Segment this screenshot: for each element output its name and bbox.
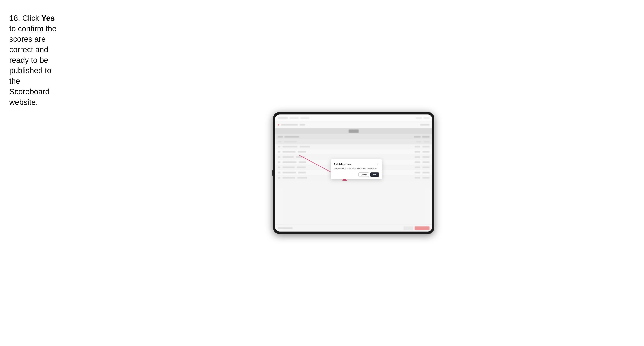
instruction-suffix: to confirm the scores are correct and re… bbox=[9, 24, 56, 107]
tablet-screen: Publish scores × Are you ready to publis… bbox=[275, 115, 432, 231]
modal-overlay: Publish scores × Are you ready to publis… bbox=[275, 115, 432, 231]
publish-scores-modal: Publish scores × Are you ready to publis… bbox=[331, 159, 382, 179]
cancel-button[interactable]: Cancel bbox=[358, 173, 369, 177]
modal-footer: Cancel Yes bbox=[334, 173, 379, 177]
yes-button[interactable]: Yes bbox=[370, 173, 379, 177]
step-number: 18. bbox=[9, 14, 20, 22]
modal-title-row: Publish scores × bbox=[334, 163, 379, 166]
tablet-side-button bbox=[272, 171, 273, 175]
tablet-device: Publish scores × Are you ready to publis… bbox=[273, 112, 434, 234]
instruction-bold: Yes bbox=[41, 14, 55, 22]
device-area: Publish scores × Are you ready to publis… bbox=[63, 0, 644, 346]
modal-title: Publish scores bbox=[334, 163, 351, 166]
instruction-prefix: Click bbox=[20, 14, 41, 22]
modal-body-text: Are you ready to publish these scores to… bbox=[334, 167, 379, 170]
close-icon[interactable]: × bbox=[376, 163, 379, 166]
instruction-text: 18. Click Yes to confirm the scores are … bbox=[4, 5, 63, 115]
